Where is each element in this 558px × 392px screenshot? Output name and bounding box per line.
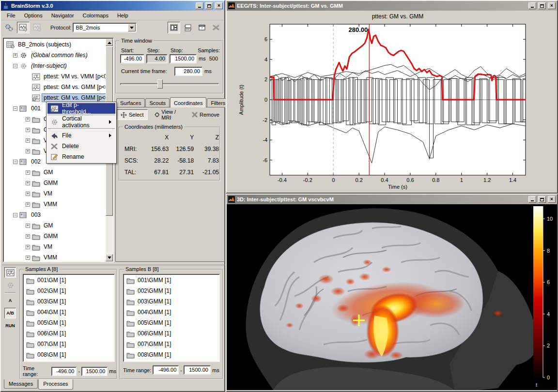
brain-close-button[interactable]: × — [548, 196, 556, 203]
menu-navigator[interactable]: Navigator — [47, 12, 78, 19]
select-button[interactable]: Select — [117, 109, 148, 120]
scroll-up-button[interactable] — [106, 39, 113, 46]
expand-plus-icon[interactable]: + — [26, 256, 30, 260]
list-item[interactable]: 001\GMM [1] — [124, 275, 219, 286]
menu-file[interactable]: File — [3, 12, 19, 19]
menu-options[interactable]: Options — [20, 12, 46, 19]
eeg-minimize-button[interactable] — [528, 2, 536, 9]
list-item[interactable]: 007\GMM [1] — [124, 339, 219, 349]
time-range-b-from[interactable]: -496.00 — [153, 365, 179, 375]
expand-plus-icon[interactable]: + — [26, 202, 30, 207]
tree-item[interactable]: +VM — [4, 188, 105, 199]
studies-view-button[interactable] — [17, 22, 30, 33]
time-range-b-to[interactable]: 1500.00 — [184, 365, 211, 375]
tree-item[interactable]: +VMM — [4, 252, 105, 262]
tree-item[interactable]: STATpttest: GM vs. GMM [p<0.05] — [4, 82, 105, 92]
tree-item[interactable]: +VMM — [4, 199, 105, 210]
brain-minimize-button[interactable] — [528, 196, 536, 203]
list-item[interactable]: 006\GMM [1] — [124, 328, 219, 339]
expand-plus-icon[interactable]: + — [26, 245, 30, 249]
tree-item[interactable]: STATpttest: VM vs. VMM [p<0.05] — [4, 71, 105, 82]
list-item[interactable]: 002\GMM [1] — [124, 286, 219, 296]
context-menu-cortical-activations[interactable]: Cortical activations — [47, 117, 115, 127]
list-item[interactable]: 004\GM [1] — [24, 307, 114, 317]
mode-ab-button[interactable]: A/B — [4, 308, 16, 318]
time-range-a-to[interactable]: 1500.00 — [81, 367, 108, 376]
tree-item[interactable]: +GMM — [4, 178, 105, 188]
context-menu-file[interactable]: File — [47, 130, 115, 141]
collapse-minus-icon[interactable]: − — [13, 106, 17, 111]
samples-a-list[interactable]: 001\GM [1]002\GM [1]003\GM [1]004\GM [1]… — [23, 274, 115, 362]
remove-button[interactable]: Remove — [188, 109, 223, 120]
list-item[interactable]: 002\GM [1] — [24, 286, 114, 296]
tree-item[interactable]: +VM — [4, 241, 105, 252]
context-menu-edit-p-threshold[interactable]: STATEdit p-threshold... — [47, 103, 115, 114]
eeg-chart[interactable]: pttest: GM vs. GMM-0.4-0.200.20.40.60.81… — [227, 11, 557, 193]
list-item[interactable]: 001\GM [1] — [24, 275, 114, 286]
swap-windows-button[interactable] — [182, 22, 194, 33]
eeg-close-button[interactable]: × — [548, 2, 556, 9]
tab-processes[interactable]: Processes — [38, 379, 73, 390]
expand-plus-icon[interactable]: + — [26, 128, 30, 132]
main-titlebar[interactable]: BrainStorm v.3.0 × — [1, 1, 224, 11]
eeg-maximize-button[interactable] — [538, 2, 546, 9]
list-item[interactable]: 004\GMM [1] — [124, 307, 219, 317]
view-mri-button[interactable]: View / MRI — [151, 109, 185, 120]
expand-plus-icon[interactable]: + — [13, 53, 17, 58]
stat-files-button[interactable]: STAT — [4, 267, 16, 278]
scroll-down-button[interactable] — [106, 254, 113, 261]
list-item[interactable]: 003\GMM [1] — [124, 296, 219, 307]
time-slider-thumb[interactable] — [157, 79, 163, 89]
menu-help[interactable]: Help — [113, 12, 132, 19]
tree-item[interactable]: BB_2mois (subjects) — [4, 39, 105, 50]
mode-a-button[interactable]: A — [4, 295, 16, 306]
expand-plus-icon[interactable]: + — [26, 234, 30, 239]
tab-surfaces[interactable]: Surfaces — [116, 98, 145, 107]
collapse-minus-icon[interactable]: − — [13, 213, 17, 217]
close-button[interactable]: × — [215, 2, 223, 9]
expand-plus-icon[interactable]: + — [26, 224, 30, 228]
protocol-combobox[interactable]: BB_2mois — [73, 23, 137, 32]
protocol-dropdown-button[interactable] — [128, 24, 136, 31]
stop-field[interactable]: 1500.00 — [170, 54, 197, 63]
expand-plus-icon[interactable]: + — [26, 170, 30, 175]
eeg-titlebar[interactable]: EEG/TS: Inter-subject/pttest: GM vs. GMM… — [227, 1, 557, 11]
start-field[interactable]: -496.00 — [120, 54, 144, 63]
expand-plus-icon[interactable]: + — [26, 138, 30, 143]
tree-item[interactable]: −003 — [4, 210, 105, 220]
list-item[interactable]: 007\GM [1] — [24, 339, 114, 349]
expand-plus-icon[interactable]: + — [26, 149, 30, 153]
tree-item[interactable]: +GMM — [4, 231, 105, 241]
tree-item[interactable]: −(Inter-subject) — [4, 60, 105, 71]
expand-plus-icon[interactable]: + — [26, 181, 30, 185]
tree-item[interactable]: +GM — [4, 220, 105, 231]
list-item[interactable]: 008\GM [1] — [24, 349, 114, 360]
collapse-minus-icon[interactable]: − — [13, 160, 17, 164]
samples-b-list[interactable]: 001\GMM [1]002\GMM [1]003\GMM [1]004\GMM… — [123, 274, 220, 362]
tree-item[interactable]: +GM — [4, 167, 105, 178]
list-item[interactable]: 008\GMM [1] — [124, 349, 219, 360]
list-item[interactable]: 005\GM [1] — [24, 317, 114, 328]
tree-item[interactable]: +(Global common files) — [4, 50, 105, 60]
conditions-view-button[interactable] — [31, 22, 44, 33]
brain-titlebar[interactable]: 3D: Inter-subject/pttest: GM vscvbcvM × — [227, 195, 557, 204]
run-button[interactable]: RUN — [4, 320, 16, 331]
tab-scouts[interactable]: Scouts — [145, 98, 170, 107]
layout-button[interactable] — [168, 22, 180, 33]
matlab-figure-button[interactable]: * — [196, 22, 208, 33]
brain-3d-view[interactable]: 1086420t — [227, 204, 557, 390]
menu-colormaps[interactable]: Colormaps — [79, 12, 112, 19]
brain-maximize-button[interactable] — [538, 196, 546, 203]
time-range-a-from[interactable]: -496.00 — [51, 367, 77, 376]
collapse-minus-icon[interactable]: − — [13, 64, 17, 68]
context-menu-rename[interactable]: Rename — [47, 151, 115, 162]
list-item[interactable]: 003\GM [1] — [24, 296, 114, 307]
subjects-view-button[interactable] — [3, 22, 16, 33]
expand-plus-icon[interactable]: + — [26, 117, 30, 121]
expand-plus-icon[interactable]: + — [26, 192, 30, 196]
tab-coordinates[interactable]: Coordinates — [170, 97, 206, 107]
list-item[interactable]: 005\GMM [1] — [124, 317, 219, 328]
tab-messages[interactable]: Messages — [4, 379, 38, 389]
list-item[interactable]: 006\GM [1] — [24, 328, 114, 339]
current-time-field[interactable]: 280.00 — [174, 67, 202, 76]
